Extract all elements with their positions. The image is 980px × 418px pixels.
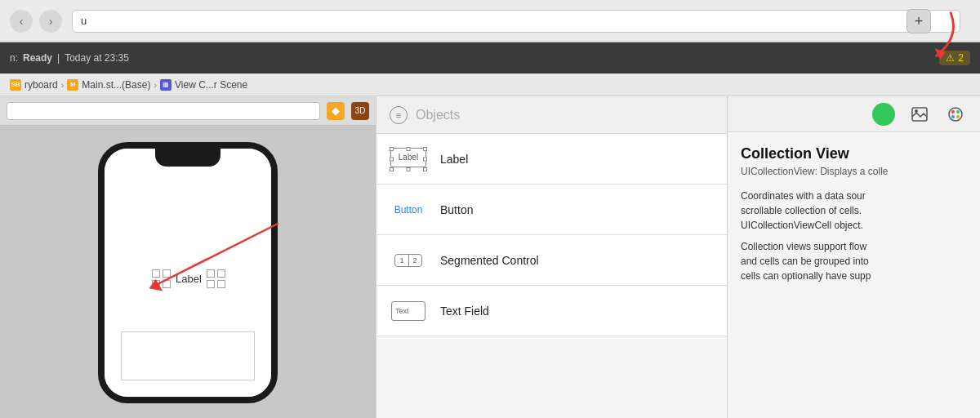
device-notch — [155, 149, 220, 167]
seg-part-1: 1 — [395, 255, 408, 266]
label-object-icon: Label — [390, 145, 427, 174]
browser-url-bar[interactable]: u — [72, 10, 960, 33]
list-item[interactable]: Button Button — [376, 185, 727, 235]
segmented-preview: 1 2 — [394, 254, 421, 267]
objects-list: Label Label — [376, 134, 727, 418]
status-ready: Ready — [23, 52, 52, 64]
breadcrumb-main[interactable]: M Main.st...(Base) — [67, 79, 150, 91]
button-object-icon: Button — [390, 195, 427, 225]
list-item[interactable]: 1 2 Segmented Control — [376, 235, 727, 286]
url-text: u — [81, 15, 87, 27]
objects-search-placeholder[interactable]: Objects — [416, 108, 460, 122]
segmented-object-name: Segmented Control — [440, 254, 539, 267]
toolbar-status: n: Ready | Today at 23:35 — [10, 52, 129, 64]
device-label-item[interactable]: Label — [152, 269, 225, 288]
breadcrumb-storyboard[interactable]: SB ryboard — [10, 79, 58, 91]
warning-badge[interactable]: ⚠ 2 — [939, 51, 970, 65]
svg-point-9 — [956, 115, 960, 118]
device-container: Label — [98, 142, 278, 403]
filter-icon-orange[interactable]: ◆ — [327, 102, 345, 120]
label-handles — [152, 269, 171, 288]
objects-header: ≡ Objects — [376, 96, 727, 134]
filter-icon-brown[interactable]: 3D — [351, 102, 369, 120]
handle-bl2 — [207, 280, 215, 288]
handle-bl — [152, 280, 160, 288]
xcode-toolbar: n: Ready | Today at 23:35 ⚠ 2 — [0, 42, 980, 73]
new-tab-button[interactable]: + — [906, 9, 931, 33]
handle-br — [163, 280, 171, 288]
device-screen: Label — [105, 149, 271, 397]
handle-tl2 — [207, 269, 215, 278]
inspector-green-dot[interactable] — [872, 103, 895, 126]
inspector-body: Coordinates with a data sourscrollable c… — [741, 189, 967, 283]
back-button[interactable]: ‹ — [10, 10, 33, 33]
browser-nav-buttons: ‹ › — [10, 10, 62, 33]
textfield-preview: Text — [391, 301, 425, 321]
svg-point-8 — [951, 115, 955, 118]
main-storyboard-icon: M — [67, 79, 78, 91]
browser-bar: ‹ › u + — [0, 0, 980, 42]
handle-tr — [163, 269, 171, 278]
inspector-title: Collection View — [741, 145, 967, 162]
editor-area: ◆ 3D Label — [0, 96, 376, 418]
inspector-palette-icon[interactable] — [944, 103, 967, 126]
plus-button-area: + — [906, 9, 931, 33]
breadcrumb-storyboard-label: ryboard — [24, 79, 58, 91]
inspector-content: Collection View UICollectionView: Displa… — [728, 132, 980, 418]
breadcrumb-sep-2: › — [154, 80, 157, 90]
status-separator: | — [57, 52, 60, 64]
textfield-object-name: Text Field — [440, 305, 489, 318]
forward-button[interactable]: › — [39, 10, 62, 33]
device-empty-rect — [121, 331, 255, 380]
inspector-subtitle: UICollectionView: Displays a colle — [741, 166, 967, 177]
list-item[interactable]: Text Text Field — [376, 286, 727, 336]
button-object-name: Button — [440, 203, 473, 216]
textfield-object-icon: Text — [390, 296, 427, 326]
device-label-text: Label — [176, 273, 202, 285]
handle-tl — [152, 269, 160, 278]
inspector-panel: Collection View UICollectionView: Displa… — [727, 96, 980, 418]
inspector-body-line-2: Collection views support flowand cells c… — [741, 239, 967, 283]
editor-filter-bar: ◆ 3D — [0, 96, 376, 126]
svg-point-6 — [951, 110, 955, 113]
list-item[interactable]: Label Label — [376, 134, 727, 185]
handle-tr2 — [217, 269, 225, 278]
storyboard-icon: SB — [10, 79, 21, 91]
svg-point-7 — [956, 110, 960, 113]
status-prefix: n: — [10, 52, 18, 64]
inspector-body-line-1: Coordinates with a data sourscrollable c… — [741, 189, 967, 233]
inspector-image-icon[interactable] — [908, 103, 931, 126]
breadcrumb-scene[interactable]: ▦ View C...r Scene — [160, 79, 247, 91]
svg-point-5 — [949, 108, 962, 121]
svg-point-4 — [915, 109, 918, 113]
label-object-name: Label — [440, 153, 468, 166]
breadcrumb-sep-1: › — [61, 80, 65, 90]
breadcrumb-scene-label: View C...r Scene — [175, 79, 247, 91]
warning-count: 2 — [958, 52, 964, 64]
main-area: ◆ 3D Label — [0, 96, 980, 418]
scene-icon: ▦ — [160, 79, 172, 91]
editor-filter-search[interactable] — [7, 102, 320, 120]
status-time: Today at 23:35 — [65, 52, 129, 64]
segmented-object-icon: 1 2 — [390, 246, 427, 275]
inspector-icons — [728, 96, 980, 132]
textfield-preview-text: Text — [395, 307, 409, 315]
warning-icon: ⚠ — [946, 52, 955, 64]
objects-panel: ≡ Objects Label — [376, 96, 727, 418]
objects-filter-icon[interactable]: ≡ — [390, 106, 408, 124]
handle-br2 — [217, 280, 225, 288]
breadcrumb-bar: SB ryboard › M Main.st...(Base) › ▦ View… — [0, 73, 980, 96]
device-frame: Label — [98, 142, 278, 403]
seg-part-2: 2 — [409, 255, 421, 266]
label-handles-right — [207, 269, 225, 288]
breadcrumb-main-label: Main.st...(Base) — [82, 79, 150, 91]
